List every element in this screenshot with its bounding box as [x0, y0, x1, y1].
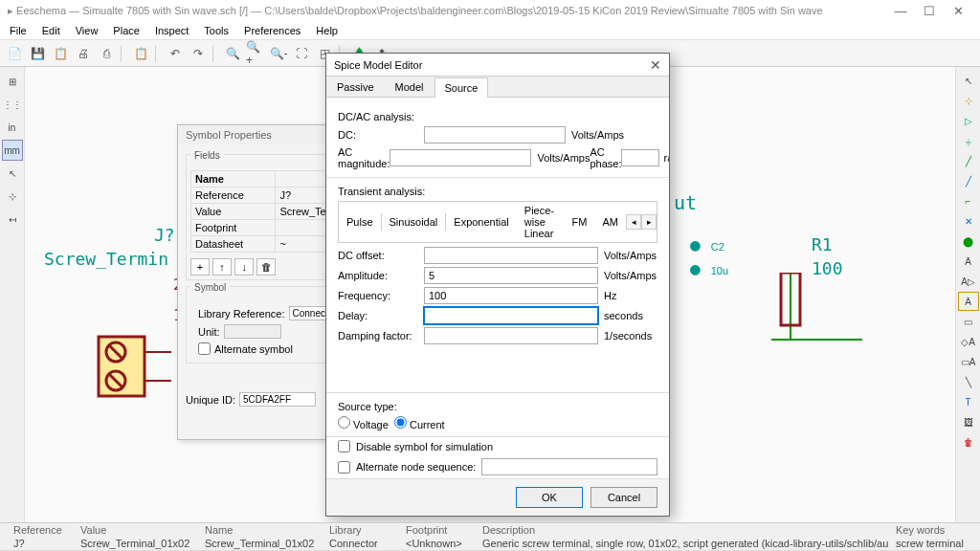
minimize-button[interactable]: — — [886, 4, 915, 18]
place-symbol-icon[interactable]: ▷ — [958, 111, 979, 130]
tab-model[interactable]: Model — [385, 77, 434, 97]
ok-button[interactable]: OK — [516, 487, 583, 508]
redo-icon[interactable]: ↷ — [188, 43, 209, 64]
dc-offset-input[interactable] — [424, 247, 598, 264]
hier-label-icon[interactable]: A — [958, 292, 979, 311]
ac-mag-input[interactable] — [390, 149, 531, 166]
menu-help[interactable]: Help — [310, 23, 344, 38]
highlight-icon[interactable]: ⊹ — [958, 91, 979, 110]
menu-view[interactable]: View — [70, 23, 104, 38]
place-bus-icon[interactable]: ╱ — [958, 171, 979, 190]
inches-icon[interactable]: in — [2, 117, 23, 138]
line-icon[interactable]: ╲ — [958, 372, 979, 391]
current-radio[interactable] — [394, 416, 407, 429]
move-up-button[interactable]: ↑ — [212, 258, 232, 276]
cursor-icon[interactable]: ↖ — [2, 163, 23, 184]
force-hv-icon[interactable]: ↤ — [2, 209, 23, 230]
add-field-button[interactable]: + — [190, 258, 210, 276]
bus-entry-icon[interactable]: ⌐ — [958, 191, 979, 210]
dc-offset-label: DC offset: — [338, 250, 424, 261]
menubar: File Edit View Place Inspect Tools Prefe… — [0, 21, 980, 40]
delete-field-button[interactable]: 🗑 — [256, 258, 276, 276]
disable-sim-checkbox[interactable] — [338, 440, 350, 452]
place-wire-icon[interactable]: ╱ — [958, 151, 979, 170]
menu-place[interactable]: Place — [107, 23, 145, 38]
junction-icon[interactable]: ⬤ — [958, 231, 979, 251]
subtab-pwl[interactable]: Piece-wise Linear — [517, 202, 565, 242]
subtab-pulse[interactable]: Pulse — [339, 213, 381, 231]
frequency-input[interactable] — [424, 287, 598, 304]
noconnect-icon[interactable]: ✕ — [958, 211, 979, 231]
sheet-pin-icon[interactable]: ▭A — [958, 352, 979, 371]
voltage-radio-label[interactable]: Voltage — [338, 416, 389, 430]
delay-input[interactable] — [424, 307, 598, 324]
text-icon[interactable]: T — [958, 392, 979, 411]
units-icon[interactable]: ⋮⋮ — [2, 94, 23, 115]
select-icon[interactable]: ↖ — [958, 71, 979, 90]
source-type-label: Source type: — [338, 401, 657, 412]
menu-preferences[interactable]: Preferences — [238, 23, 306, 38]
close-button[interactable]: ✕ — [944, 4, 972, 18]
page-icon[interactable]: 📋 — [50, 43, 71, 64]
find-icon[interactable]: 🔍 — [222, 43, 243, 64]
zoom-out-icon[interactable]: 🔍- — [268, 43, 289, 64]
plot-icon[interactable]: ⎙ — [96, 43, 117, 64]
c2-ref: ● C2 — [690, 234, 724, 254]
current-radio-label[interactable]: Current — [394, 416, 445, 430]
move-down-button[interactable]: ↓ — [234, 258, 254, 276]
hidden-pins-icon[interactable]: ⊹ — [2, 186, 23, 207]
voltage-radio[interactable] — [338, 416, 350, 429]
alt-seq-label: Alternate node sequence: — [356, 461, 476, 473]
subtab-exponential[interactable]: Exponential — [446, 213, 517, 231]
sheet-icon[interactable]: ▭ — [958, 312, 979, 331]
tab-source[interactable]: Source — [434, 77, 489, 98]
undo-icon[interactable]: ↶ — [165, 43, 186, 64]
connector-symbol — [97, 335, 173, 402]
alternate-checkbox[interactable] — [198, 342, 211, 355]
status-kw: screw terminal — [888, 538, 974, 549]
subtab-sinusoidal[interactable]: Sinusoidal — [381, 213, 447, 231]
unit-input[interactable] — [224, 324, 281, 339]
menu-edit[interactable]: Edit — [36, 23, 66, 38]
transient-subtabs: Pulse Sinusoidal Exponential Piece-wise … — [338, 201, 657, 243]
import-pin-icon[interactable]: ◇A — [958, 332, 979, 351]
subtab-am[interactable]: AM — [595, 213, 627, 231]
subtab-next-button[interactable]: ▸ — [641, 214, 657, 230]
damping-input[interactable] — [424, 327, 598, 344]
alt-seq-input[interactable] — [481, 458, 657, 475]
zoom-in-icon[interactable]: 🔍+ — [245, 43, 266, 64]
modal-close-icon[interactable]: ✕ — [650, 57, 661, 73]
left-toolbar: ⊞ ⋮⋮ in mm ↖ ⊹ ↤ — [0, 67, 25, 536]
menu-tools[interactable]: Tools — [198, 23, 234, 38]
amplitude-input[interactable] — [424, 267, 598, 284]
subtab-prev-button[interactable]: ◂ — [626, 214, 641, 230]
label-icon[interactable]: A — [958, 252, 979, 271]
place-power-icon[interactable]: ⏚ — [958, 131, 979, 150]
print-icon[interactable]: 🖨 — [73, 43, 94, 64]
fields-legend: Fields — [190, 150, 224, 161]
image-icon[interactable]: 🖼 — [958, 412, 979, 431]
save-icon[interactable]: 💾 — [27, 43, 48, 64]
mm-icon[interactable]: mm — [2, 140, 23, 161]
maximize-button[interactable]: ☐ — [915, 4, 944, 18]
app-icon: ▸ — [8, 5, 13, 17]
paste-icon[interactable]: 📋 — [130, 43, 151, 64]
menu-inspect[interactable]: Inspect — [149, 23, 194, 38]
menu-file[interactable]: File — [4, 23, 33, 38]
status-name: Screw_Terminal_01x02 — [197, 538, 322, 549]
uid-input[interactable] — [239, 392, 316, 407]
tab-passive[interactable]: Passive — [326, 77, 385, 97]
alt-seq-checkbox[interactable] — [338, 461, 350, 474]
ac-phase-input[interactable] — [621, 149, 659, 166]
new-icon[interactable]: 📄 — [4, 43, 25, 64]
j-ref: J? — [154, 225, 175, 245]
zoom-fit-icon[interactable]: ⛶ — [291, 43, 312, 64]
subtab-fm[interactable]: FM — [565, 213, 595, 231]
delete-icon[interactable]: 🗑 — [958, 432, 979, 452]
cancel-button[interactable]: Cancel — [590, 487, 657, 508]
frequency-label: Frequency: — [338, 290, 424, 301]
dc-input[interactable] — [424, 126, 566, 143]
global-label-icon[interactable]: A▷ — [958, 272, 979, 291]
grid-icon[interactable]: ⊞ — [2, 71, 23, 92]
modal-title: Spice Model Editor — [334, 59, 422, 71]
